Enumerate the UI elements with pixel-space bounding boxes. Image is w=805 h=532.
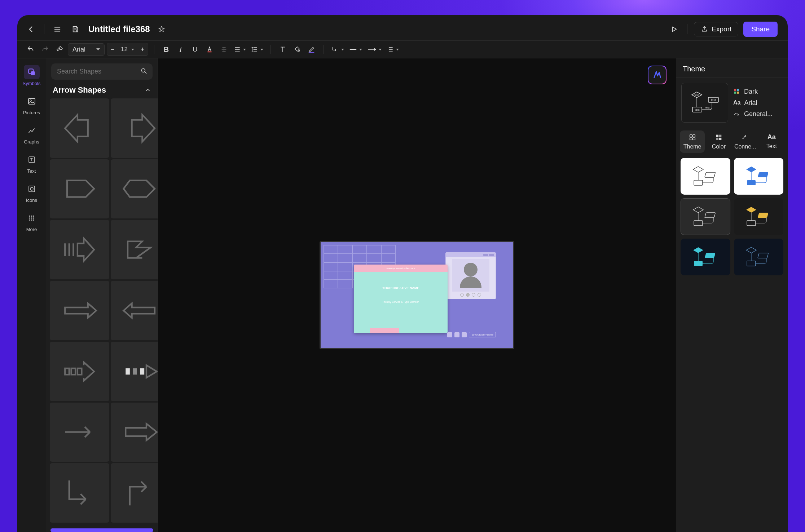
underline-button[interactable]: U bbox=[189, 43, 201, 56]
rail-item-icons[interactable]: Icons bbox=[20, 179, 43, 205]
rail-item-pictures[interactable]: Pictures bbox=[20, 92, 43, 118]
theme-option-blue[interactable] bbox=[734, 158, 784, 195]
pictures-icon bbox=[24, 94, 40, 108]
save-icon[interactable] bbox=[69, 23, 82, 36]
connector-type-button[interactable] bbox=[330, 43, 346, 56]
right-panel: Theme text text text text bbox=[676, 58, 788, 532]
font-size-decrease[interactable]: − bbox=[107, 43, 118, 56]
file-title[interactable]: Untitled file368 bbox=[88, 24, 150, 34]
italic-button[interactable]: I bbox=[175, 43, 187, 56]
shapes-panel: Arrow Shapes bbox=[46, 58, 158, 532]
export-button[interactable]: Export bbox=[694, 22, 738, 36]
shape-outline-arrow[interactable] bbox=[111, 403, 158, 462]
stroke-color-button[interactable] bbox=[305, 43, 318, 56]
svg-rect-37 bbox=[690, 138, 692, 140]
theme-option-yellow[interactable] bbox=[734, 198, 784, 235]
fill-color-button[interactable] bbox=[291, 43, 303, 56]
svg-rect-48 bbox=[747, 180, 756, 185]
shape-arrow-left[interactable] bbox=[50, 98, 109, 158]
shape-arrow-right[interactable] bbox=[111, 98, 158, 158]
shape-corner-up-right[interactable] bbox=[111, 463, 158, 523]
tab-theme[interactable]: Theme bbox=[680, 130, 705, 153]
font-size-increase[interactable]: + bbox=[137, 43, 148, 56]
svg-rect-57 bbox=[694, 261, 703, 266]
shape-striped-arrow[interactable] bbox=[50, 220, 109, 279]
redo-button[interactable] bbox=[39, 43, 51, 56]
connector-icon bbox=[733, 111, 740, 116]
shape-thin-arrow-right[interactable] bbox=[50, 281, 109, 340]
shape-s-arrow[interactable] bbox=[111, 220, 158, 279]
formatting-toolbar: Arial − 12 + B I U bbox=[17, 41, 788, 58]
play-button[interactable] bbox=[668, 23, 681, 36]
theme-option-teal[interactable] bbox=[681, 239, 730, 275]
shape-hexagon[interactable] bbox=[111, 159, 158, 219]
shape-dotted-arrow[interactable] bbox=[111, 342, 158, 401]
icons-icon bbox=[24, 182, 40, 196]
right-panel-title: Theme bbox=[676, 58, 788, 78]
right-panel-tabs: Theme Color Conne... Aa Text bbox=[676, 128, 788, 156]
avatar-icon bbox=[464, 263, 478, 276]
theme-option-dark[interactable] bbox=[681, 198, 730, 235]
svg-rect-23 bbox=[140, 368, 145, 374]
favorite-star-icon[interactable] bbox=[155, 23, 168, 36]
search-shapes-input[interactable] bbox=[51, 63, 153, 80]
tab-connectors[interactable]: Conne... bbox=[733, 130, 758, 153]
svg-marker-52 bbox=[746, 207, 756, 213]
svg-text:text: text bbox=[711, 98, 716, 102]
svg-text:text: text bbox=[695, 108, 700, 111]
panel-scrollbar[interactable] bbox=[50, 528, 153, 532]
back-button[interactable] bbox=[25, 23, 38, 36]
shape-pentagon-right[interactable] bbox=[50, 159, 109, 219]
tab-label: Conne... bbox=[734, 143, 756, 150]
svg-rect-9 bbox=[29, 186, 35, 192]
section-header-arrow-shapes[interactable]: Arrow Shapes bbox=[46, 83, 158, 98]
theme-font-row: Aa Arial bbox=[733, 99, 773, 107]
ai-assistant-button[interactable] bbox=[648, 66, 667, 84]
tab-color[interactable]: Color bbox=[706, 130, 731, 153]
svg-rect-50 bbox=[705, 213, 716, 218]
rail-item-graphs[interactable]: Graphs bbox=[20, 121, 43, 147]
svg-point-17 bbox=[29, 220, 30, 221]
svg-rect-45 bbox=[694, 180, 703, 185]
tab-text[interactable]: Aa Text bbox=[759, 130, 784, 153]
strikethrough-button[interactable] bbox=[218, 43, 230, 56]
line-spacing-button[interactable] bbox=[250, 43, 265, 56]
svg-point-20 bbox=[141, 68, 145, 72]
canvas-content[interactable]: www.yourwebsite.com YOUR CREATIVE NAME P… bbox=[320, 241, 514, 349]
line-style-button[interactable] bbox=[348, 43, 364, 56]
align-button[interactable] bbox=[232, 43, 247, 56]
shape-dashed-arrow[interactable] bbox=[50, 342, 109, 401]
hamburger-menu-icon[interactable] bbox=[51, 23, 64, 36]
svg-rect-38 bbox=[693, 138, 695, 140]
svg-point-7 bbox=[30, 100, 31, 101]
shape-thin-arrow-left[interactable] bbox=[111, 281, 158, 340]
list-button[interactable] bbox=[385, 43, 400, 56]
svg-rect-54 bbox=[747, 221, 756, 226]
shape-corner-down-right[interactable] bbox=[50, 463, 109, 523]
rail-item-symbols[interactable]: Symbols bbox=[20, 63, 43, 88]
share-button[interactable]: Share bbox=[743, 22, 778, 37]
undo-button[interactable] bbox=[25, 43, 37, 56]
font-size-value[interactable]: 12 bbox=[118, 46, 137, 53]
svg-rect-0 bbox=[207, 52, 211, 53]
svg-point-16 bbox=[33, 217, 34, 218]
export-icon bbox=[701, 26, 708, 33]
theme-option-light[interactable] bbox=[681, 158, 730, 195]
text-tool-button[interactable] bbox=[277, 43, 289, 56]
svg-rect-21 bbox=[126, 368, 130, 374]
rail-label: Icons bbox=[26, 198, 37, 203]
font-color-button[interactable] bbox=[203, 43, 216, 56]
shape-line-arrow-right[interactable] bbox=[50, 403, 109, 462]
svg-text:text: text bbox=[705, 106, 709, 109]
bold-button[interactable]: B bbox=[160, 43, 172, 56]
rail-item-text[interactable]: Text bbox=[20, 150, 43, 176]
arrow-style-button[interactable] bbox=[366, 43, 383, 56]
format-painter-button[interactable] bbox=[53, 43, 66, 56]
font-family-select[interactable]: Arial bbox=[68, 43, 105, 56]
section-title: Arrow Shapes bbox=[53, 85, 106, 95]
divider bbox=[687, 24, 687, 34]
svg-rect-42 bbox=[719, 138, 721, 140]
theme-option-navy[interactable] bbox=[734, 239, 784, 275]
canvas-area[interactable]: www.yourwebsite.com YOUR CREATIVE NAME P… bbox=[158, 58, 676, 532]
rail-item-more[interactable]: More bbox=[20, 209, 43, 234]
